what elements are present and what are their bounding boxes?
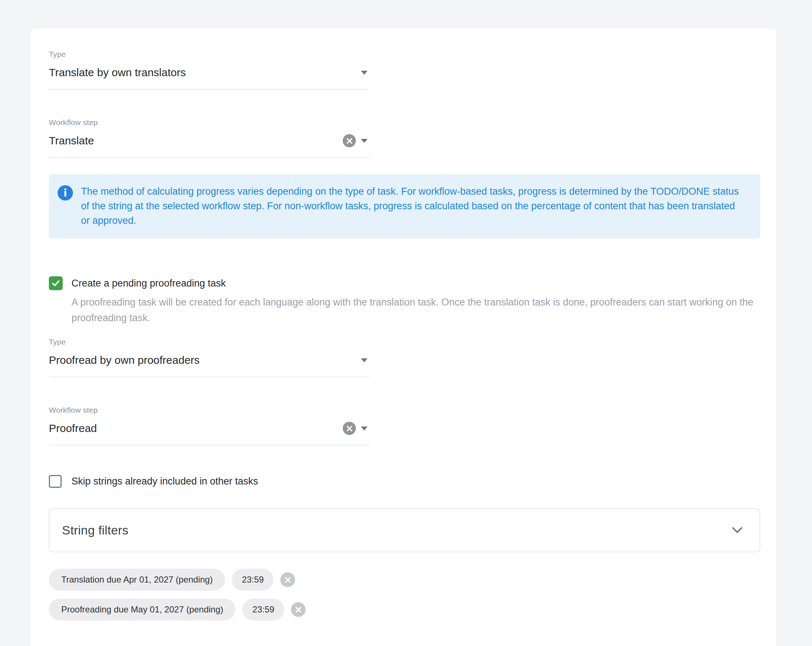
string-filters-panel[interactable]: String filters bbox=[49, 508, 760, 552]
skip-strings-checkbox[interactable]: Skip strings already included in other t… bbox=[49, 475, 756, 488]
proofreading-workflow-label: Workflow step bbox=[49, 405, 370, 415]
clear-circle-icon[interactable] bbox=[343, 134, 356, 147]
translation-deadline-row: Translation due Apr 01, 2027 (pending) 2… bbox=[49, 569, 305, 591]
proofreading-type-label: Type bbox=[49, 337, 370, 347]
proofreading-deadline-row: Proofreading due May 01, 2027 (pending) … bbox=[49, 599, 305, 620]
caret-down-icon[interactable] bbox=[361, 427, 368, 431]
create-proofreading-label[interactable]: Create a pending proofreading task bbox=[72, 276, 226, 290]
translation-type-field: Type Translate by own translators bbox=[49, 50, 370, 90]
proofreading-workflow-value: Proofread bbox=[49, 421, 97, 435]
skip-strings-label[interactable]: Skip strings already included in other t… bbox=[72, 474, 258, 488]
translation-deadline-time-chip[interactable]: 23:59 bbox=[232, 569, 273, 591]
info-icon: i bbox=[58, 185, 73, 201]
chevron-down-icon[interactable] bbox=[732, 527, 743, 534]
proofreading-deadline-chip[interactable]: Proofreading due May 01, 2027 (pending) bbox=[49, 599, 235, 620]
translation-type-select[interactable]: Translate by own translators bbox=[49, 66, 370, 90]
caret-down-icon[interactable] bbox=[361, 71, 368, 75]
translation-workflow-select[interactable]: Translate bbox=[49, 134, 370, 158]
page: { "translation_task": { "type": { "label… bbox=[0, 0, 812, 646]
clear-circle-icon[interactable] bbox=[343, 422, 356, 435]
proofreading-deadline-time-chip[interactable]: 23:59 bbox=[243, 599, 284, 620]
proofreading-workflow-select[interactable]: Proofread bbox=[49, 421, 370, 445]
checkbox-checked-icon[interactable] bbox=[49, 276, 63, 290]
proofreading-type-value: Proofread by own proofreaders bbox=[49, 353, 200, 367]
translation-workflow-field: Workflow step Translate bbox=[49, 118, 370, 158]
progress-info-text: The method of calculating progress varie… bbox=[81, 184, 744, 228]
task-form-card: Type Translate by own translators Workfl… bbox=[30, 29, 777, 646]
create-proofreading-checkbox[interactable]: Create a pending proofreading task bbox=[49, 276, 756, 290]
proofreading-type-select[interactable]: Proofread by own proofreaders bbox=[49, 353, 370, 377]
string-filters-title: String filters bbox=[62, 523, 128, 537]
deadline-chips: Translation due Apr 01, 2027 (pending) 2… bbox=[49, 569, 305, 620]
create-proofreading-description: A proofreading task will be created for … bbox=[72, 294, 759, 326]
remove-circle-icon[interactable] bbox=[280, 572, 295, 587]
checkbox-unchecked-icon[interactable] bbox=[49, 475, 62, 488]
create-proofreading-block: Create a pending proofreading task A pro… bbox=[49, 276, 756, 326]
proofreading-workflow-field: Workflow step Proofread bbox=[49, 405, 370, 445]
caret-down-icon[interactable] bbox=[361, 139, 368, 143]
progress-info-banner: i The method of calculating progress var… bbox=[49, 174, 760, 238]
translation-workflow-label: Workflow step bbox=[49, 118, 370, 127]
remove-circle-icon[interactable] bbox=[291, 602, 305, 617]
translation-deadline-chip[interactable]: Translation due Apr 01, 2027 (pending) bbox=[49, 569, 225, 591]
translation-type-label: Type bbox=[49, 50, 370, 59]
translation-type-value: Translate by own translators bbox=[49, 66, 186, 79]
proofreading-type-field: Type Proofread by own proofreaders bbox=[49, 337, 370, 377]
caret-down-icon[interactable] bbox=[361, 358, 368, 363]
skip-strings-block: Skip strings already included in other t… bbox=[49, 475, 756, 488]
translation-workflow-value: Translate bbox=[49, 134, 94, 148]
